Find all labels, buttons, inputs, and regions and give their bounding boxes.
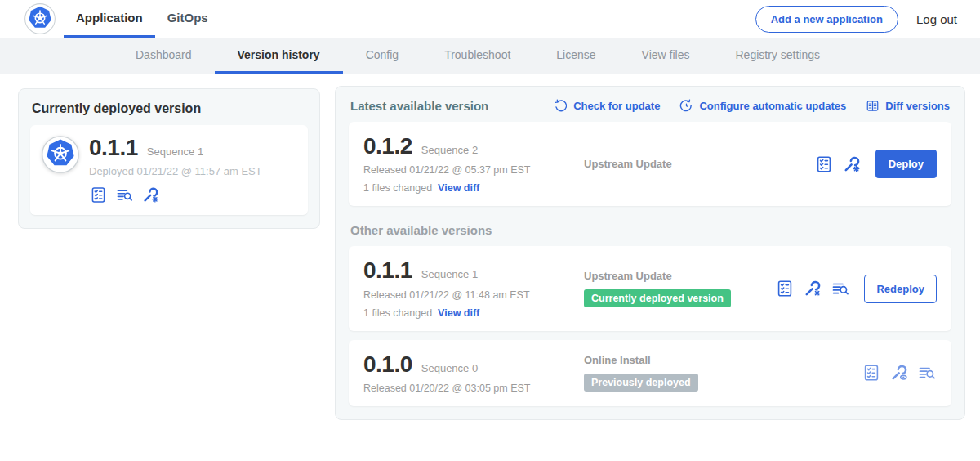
preflight-checks-icon[interactable] <box>775 279 795 298</box>
deployed-version-card: 0.1.1 Sequence 1 Deployed 01/21/22 @ 11:… <box>30 125 308 215</box>
subnav-tab-dashboard[interactable]: Dashboard <box>113 38 215 74</box>
version-source-label: Upstream Update <box>584 158 814 170</box>
diff-icon <box>866 99 880 113</box>
sequence-label: Sequence 2 <box>421 144 478 156</box>
version-number: 0.1.0 <box>363 352 412 376</box>
diff-versions-link[interactable]: Diff versions <box>866 99 950 113</box>
preflight-checks-icon[interactable] <box>862 363 881 383</box>
available-panel-title: Latest available version <box>350 99 488 113</box>
version-card-0-1-2: 0.1.2 Sequence 2 Released 01/21/22 @ 05:… <box>349 122 951 206</box>
configure-automatic-updates-link[interactable]: Configure automatic updates <box>679 99 846 113</box>
deploy-button[interactable]: Deploy <box>875 150 937 178</box>
currently-deployed-panel: Currently deployed version 0.1.1 Sequenc… <box>18 88 320 229</box>
released-timestamp: Released 01/21/22 @ 11:48 am EST <box>363 289 566 301</box>
files-changed-label: 1 files changed <box>363 182 432 194</box>
other-versions-title: Other available versions <box>350 223 950 237</box>
kubernetes-logo-icon <box>24 3 56 34</box>
view-diff-link[interactable]: View diff <box>438 182 479 194</box>
available-panel-header: Latest available version Check for updat… <box>349 96 951 113</box>
deployed-timestamp: Deployed 01/21/22 @ 11:57 am EST <box>89 165 262 177</box>
subnav-tab-troubleshoot[interactable]: Troubleshoot <box>421 38 533 74</box>
previously-deployed-badge: Previously deployed <box>584 374 698 392</box>
subnav-tab-version-history[interactable]: Version history <box>215 38 343 74</box>
view-diff-link[interactable]: View diff <box>438 307 479 319</box>
version-number: 0.1.1 <box>363 258 412 282</box>
main-content: Currently deployed version 0.1.1 Sequenc… <box>0 74 980 420</box>
currently-deployed-badge: Currently deployed version <box>584 289 731 307</box>
edit-config-icon[interactable] <box>842 154 862 174</box>
released-timestamp: Released 01/21/22 @ 05:37 pm EST <box>363 164 566 176</box>
released-timestamp: Released 01/20/22 @ 03:05 pm EST <box>363 383 566 394</box>
subnav-tab-registry-settings[interactable]: Registry settings <box>712 38 842 74</box>
app-subnav: Dashboard Version history Config Trouble… <box>0 38 980 74</box>
app-tabs: Application GitOps <box>64 0 220 38</box>
deployed-sequence-label: Sequence 1 <box>147 145 203 158</box>
version-source-label: Upstream Update <box>584 270 775 282</box>
redeploy-button[interactable]: Redeploy <box>864 275 937 303</box>
sequence-label: Sequence 0 <box>421 362 478 374</box>
version-actions: Check for update Configure automatic upd… <box>554 99 950 113</box>
preflight-checks-icon[interactable] <box>89 186 108 204</box>
topbar-right: Add a new application Log out <box>755 0 957 38</box>
version-number: 0.1.2 <box>363 134 412 158</box>
subnav-tab-config[interactable]: Config <box>343 38 421 74</box>
tab-application-label: Application <box>76 11 143 25</box>
view-config-icon[interactable] <box>889 363 909 383</box>
edit-config-icon[interactable] <box>141 186 160 204</box>
available-versions-panel: Latest available version Check for updat… <box>335 86 965 420</box>
app-logo-icon <box>42 136 79 173</box>
deploy-logs-icon[interactable] <box>115 186 134 204</box>
deployed-version-number: 0.1.1 <box>89 136 138 159</box>
files-changed-label: 1 files changed <box>363 307 432 319</box>
tab-application[interactable]: Application <box>64 0 155 38</box>
check-for-update-link[interactable]: Check for update <box>554 99 660 113</box>
deploy-logs-icon[interactable] <box>917 363 937 383</box>
subnav-tab-license[interactable]: License <box>533 38 618 74</box>
refresh-icon <box>554 99 568 113</box>
deployed-panel-title: Currently deployed version <box>30 100 308 116</box>
version-source-label: Online Install <box>584 354 862 366</box>
top-navbar: Application GitOps Add a new application… <box>0 0 980 38</box>
version-card-0-1-0: 0.1.0 Sequence 0 Released 01/20/22 @ 03:… <box>349 340 951 406</box>
edit-config-icon[interactable] <box>803 279 822 298</box>
add-application-button[interactable]: Add a new application <box>755 6 898 33</box>
clock-refresh-icon <box>679 99 693 113</box>
deploy-logs-icon[interactable] <box>831 279 850 298</box>
tab-gitops-label: GitOps <box>167 11 208 25</box>
deployed-version-info: 0.1.1 Sequence 1 Deployed 01/21/22 @ 11:… <box>89 136 262 204</box>
preflight-checks-icon[interactable] <box>814 154 834 174</box>
subnav-tab-view-files[interactable]: View files <box>619 38 713 74</box>
version-card-0-1-1: 0.1.1 Sequence 1 Released 01/21/22 @ 11:… <box>349 246 951 330</box>
sequence-label: Sequence 1 <box>421 268 478 280</box>
tab-gitops[interactable]: GitOps <box>155 0 220 38</box>
logout-link[interactable]: Log out <box>916 12 957 26</box>
